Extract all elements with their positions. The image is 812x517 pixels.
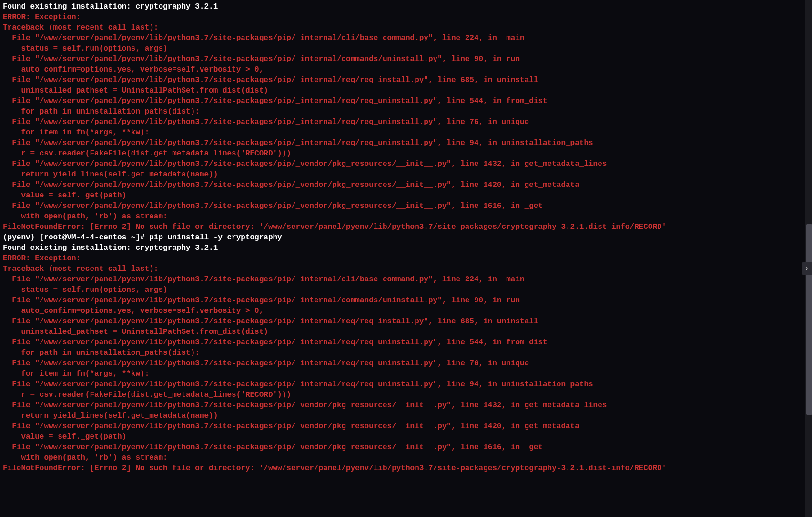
terminal-line: Found existing installation: cryptograph…	[3, 243, 809, 253]
terminal-line: File "/www/server/panel/pyenv/lib/python…	[3, 400, 809, 411]
terminal-line: auto_confirm=options.yes, verbose=self.v…	[3, 306, 809, 316]
terminal-line: File "/www/server/panel/pyenv/lib/python…	[3, 54, 809, 64]
terminal-line: File "/www/server/panel/pyenv/lib/python…	[3, 201, 809, 211]
terminal-line: File "/www/server/panel/pyenv/lib/python…	[3, 274, 809, 285]
terminal-line: status = self.run(options, args)	[3, 43, 809, 54]
terminal-line: File "/www/server/panel/pyenv/lib/python…	[3, 337, 809, 348]
terminal-line: File "/www/server/panel/pyenv/lib/python…	[3, 96, 809, 106]
chevron-right-icon: ›	[805, 263, 809, 274]
terminal-line: File "/www/server/panel/pyenv/lib/python…	[3, 159, 809, 169]
terminal-line: value = self._get(path)	[3, 190, 809, 201]
terminal-line: return yield_lines(self.get_metadata(nam…	[3, 411, 809, 421]
terminal-line: status = self.run(options, args)	[3, 285, 809, 295]
terminal-line: ERROR: Exception:	[3, 253, 809, 264]
terminal-line: for item in fn(*args, **kw):	[3, 127, 809, 138]
terminal-line: File "/www/server/panel/pyenv/lib/python…	[3, 421, 809, 432]
vertical-scrollbar-thumb[interactable]	[806, 224, 812, 415]
terminal-line: for path in uninstallation_paths(dist):	[3, 106, 809, 117]
terminal-line: File "/www/server/panel/pyenv/lib/python…	[3, 358, 809, 369]
terminal-line: Traceback (most recent call last):	[3, 264, 809, 274]
terminal-line: File "/www/server/panel/pyenv/lib/python…	[3, 33, 809, 43]
terminal-line: return yield_lines(self.get_metadata(nam…	[3, 169, 809, 180]
terminal-line: Found existing installation: cryptograph…	[3, 1, 809, 12]
terminal-line: uninstalled_pathset = UninstallPathSet.f…	[3, 85, 809, 96]
terminal-line: File "/www/server/panel/pyenv/lib/python…	[3, 117, 809, 127]
terminal-line: File "/www/server/panel/pyenv/lib/python…	[3, 75, 809, 85]
terminal-line: File "/www/server/panel/pyenv/lib/python…	[3, 180, 809, 190]
terminal-line: File "/www/server/panel/pyenv/lib/python…	[3, 295, 809, 306]
terminal-line: (pyenv) [root@VM-4-4-centos ~]# pip unin…	[3, 232, 809, 243]
terminal-line: with open(path, 'rb') as stream:	[3, 211, 809, 222]
terminal-output[interactable]: Found existing installation: cryptograph…	[0, 0, 812, 517]
terminal-line: uninstalled_pathset = UninstallPathSet.f…	[3, 327, 809, 337]
terminal-line: File "/www/server/panel/pyenv/lib/python…	[3, 379, 809, 390]
terminal-line: ERROR: Exception:	[3, 12, 809, 22]
terminal-line: File "/www/server/panel/pyenv/lib/python…	[3, 442, 809, 453]
terminal-line: FileNotFoundError: [Errno 2] No such fil…	[3, 463, 809, 474]
terminal-line: with open(path, 'rb') as stream:	[3, 453, 809, 463]
terminal-line: value = self._get(path)	[3, 432, 809, 442]
vertical-scrollbar-track[interactable]	[805, 0, 812, 517]
terminal-line: for item in fn(*args, **kw):	[3, 369, 809, 379]
terminal-line: r = csv.reader(FakeFile(dist.get_metadat…	[3, 390, 809, 400]
terminal-line: r = csv.reader(FakeFile(dist.get_metadat…	[3, 148, 809, 159]
terminal-line: File "/www/server/panel/pyenv/lib/python…	[3, 138, 809, 148]
terminal-line: auto_confirm=options.yes, verbose=self.v…	[3, 64, 809, 75]
expand-arrow-button[interactable]: ›	[802, 262, 812, 275]
terminal-line: FileNotFoundError: [Errno 2] No such fil…	[3, 222, 809, 232]
terminal-line: Traceback (most recent call last):	[3, 22, 809, 33]
terminal-line: for path in uninstallation_paths(dist):	[3, 348, 809, 358]
terminal-line: File "/www/server/panel/pyenv/lib/python…	[3, 316, 809, 327]
